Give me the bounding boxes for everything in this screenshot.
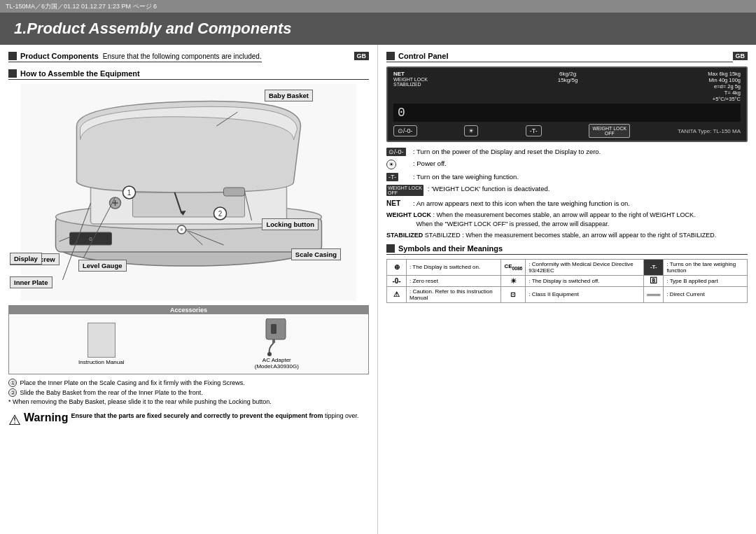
locking-button-callout: Locking button: [262, 218, 318, 230]
control-panel-label: Control Panel: [398, 52, 449, 60]
sym-desc-class2: : Class II Equipment: [526, 286, 644, 302]
accessories-box: Accessories Instruction Manual AC Adapte…: [8, 305, 369, 374]
cp-weight-lock-btn[interactable]: WEIGHT LOCK OFF: [589, 124, 630, 138]
scale-casing-callout: Scale Casing: [291, 248, 341, 260]
weight-lock-icon: WEIGHT LOCK OFF: [386, 185, 424, 196]
warning-box: ⚠ Warning Ensure that the parts are fixe…: [8, 412, 369, 427]
control-panel-display: NET WEIGHT LOCK STABILIZED 6kg/2g 15kg/5…: [386, 66, 748, 142]
svg-rect-30: [271, 324, 276, 334]
sym-icon-type-b: 🄱: [644, 275, 664, 286]
assemble-label: How to Assemble the Equipment: [20, 69, 140, 78]
symbols-section: Symbols and their Meanings ⊕ : The Displ…: [386, 244, 748, 303]
svg-rect-28: [272, 339, 275, 343]
accessories-header: Accessories: [9, 306, 368, 314]
sym-icon-zero: -0-: [387, 275, 407, 286]
cp-units: 6kg/2g 15kg/5g: [558, 71, 578, 102]
cp-display-number: 0: [398, 106, 405, 120]
cp-net-label: NET: [393, 71, 428, 77]
inner-plate-callout: Inner Plate: [10, 276, 52, 288]
instruction-2: ② Slide the Baby Basket from the rear of…: [8, 388, 369, 398]
icon-desc-5-text: : An arrow appears next to this icon whe…: [413, 199, 630, 207]
symbols-row-2: -0- : Zero reset ☀ : The Display is swit…: [387, 275, 748, 286]
icon-box-sun: ☀: [386, 160, 409, 169]
warning-text: Ensure that the parts are fixed securely…: [71, 412, 358, 421]
sun-icon: ☀: [386, 160, 396, 169]
control-panel-square-icon: [386, 52, 395, 60]
weight-lock-desc-text: : When the measurement becomes stable, a…: [386, 211, 696, 227]
instruction-1: ① Place the Inner Plate on the Scale Cas…: [8, 379, 369, 388]
icon-box-power: ⊙/-0-: [386, 148, 409, 156]
assemble-square-icon: [8, 69, 17, 78]
cp-brand: TANITA Type: TL-150 MA: [678, 128, 741, 134]
symbols-square-icon: [386, 244, 395, 253]
cp-weight-lock-label: WEIGHT LOCK: [393, 77, 428, 82]
instruction-manual-item: Instruction Manual: [78, 323, 124, 365]
gb-badge-left: GB: [354, 52, 370, 60]
instructions: ① Place the Inner Plate on the Scale Cas…: [8, 379, 369, 407]
sym-desc-tare2: : Turns on the tare weighing function: [664, 259, 748, 275]
right-column: Control Panel GB NET WEIGHT LOCK STABILI…: [378, 45, 756, 534]
icon-desc-2-text: : Power off.: [413, 160, 447, 167]
cp-left-labels: NET WEIGHT LOCK STABILIZED: [393, 71, 428, 102]
symbols-row-3: ⚠ : Caution. Refer to this Instruction M…: [387, 286, 748, 302]
icon-desc-4: WEIGHT LOCK OFF : 'WEIGHT LOCK' function…: [386, 185, 748, 196]
sym-desc-dc: : Direct Current: [664, 286, 748, 302]
content-area: Product Components Ensure that the follo…: [0, 45, 756, 534]
cp-right-labels: Max 6kg 15kg Min 40g 100g e=d= 2g 5g T= …: [708, 71, 741, 102]
weight-lock-desc-label: WEIGHT LOCK: [386, 211, 431, 218]
sym-desc-1: : The Display is switched on.: [407, 259, 501, 275]
top-bar: TL-150MA／6力国／01.12 01.12.27 1:23 PM ページ …: [0, 0, 756, 13]
product-components-sub: Ensure that the following components are…: [103, 52, 262, 60]
cp-stabilized-label: STABILIZED: [393, 82, 428, 87]
sym-desc-warning: : Caution. Refer to this Instruction Man…: [407, 286, 501, 302]
assemble-header: How to Assemble the Equipment: [8, 69, 369, 80]
sym-desc-ce: : Conformity with Medical Device Directi…: [526, 259, 644, 275]
cp-tare-btn[interactable]: -T-: [526, 125, 542, 136]
sym-icon-ce: CE0086: [501, 259, 526, 275]
weight-lock-desc: WEIGHT LOCK : When the measurement becom…: [386, 211, 748, 228]
display-callout: Display: [10, 253, 42, 265]
page-title: 1.Product Assembly and Components: [14, 20, 742, 38]
cp-bottom-row: ⊙/-0- ☀ -T- WEIGHT LOCK OFF TANITA Type:…: [393, 124, 741, 138]
section-square-icon: [8, 52, 17, 60]
gb-badge-right: GB: [733, 52, 748, 60]
assembly-diagram: 1 2 0: [8, 84, 369, 301]
sym-icon-warning: ⚠: [387, 286, 407, 302]
icon-desc-3: -T- : Turn on the tare weighing function…: [386, 173, 748, 181]
manual-shape: [88, 323, 115, 358]
icon-box-weight-lock: WEIGHT LOCK OFF: [386, 185, 424, 196]
sym-icon-sun2: ☀: [501, 275, 526, 286]
sym-desc-sun2: : The Display is switched off.: [526, 275, 644, 286]
instruction-3: * When removing the Baby Basket, please …: [8, 398, 369, 407]
sym-icon-tare2: -T-: [644, 259, 664, 275]
control-panel-header: Control Panel: [386, 52, 733, 62]
symbols-table: ⊕ : The Display is switched on. CE0086 :…: [386, 259, 748, 303]
power-zero-icon: ⊙/-0-: [386, 148, 406, 156]
cp-power-btn[interactable]: ⊙/-0-: [393, 125, 417, 136]
product-components-row: Product Components Ensure that the follo…: [8, 52, 369, 66]
product-components-header: Product Components Ensure that the follo…: [8, 52, 262, 66]
stabilized-label: STABILIZED: [386, 232, 423, 239]
baby-basket-callout: Baby Basket: [265, 90, 313, 101]
svg-point-17: [181, 228, 183, 231]
circle-num-1: ①: [8, 379, 17, 387]
cp-sun-btn[interactable]: ☀: [464, 125, 478, 136]
ac-adapter-item: AC Adapter (Model:A30930G): [255, 318, 299, 370]
sym-icon-1: ⊕: [387, 259, 407, 275]
product-components-section: Product Components Ensure that the follo…: [8, 52, 262, 62]
level-gauge-callout: Level Gauge: [78, 260, 127, 272]
assembly-svg: 1 2 0: [8, 84, 369, 301]
stabilized-desc-text: STABILIZED : When the measurement become…: [425, 232, 716, 239]
cp-unit2: 15kg/5g: [558, 77, 578, 83]
icon-desc-5: NET : An arrow appears next to this icon…: [386, 199, 748, 207]
svg-rect-11: [224, 188, 245, 196]
net-icon: NET: [386, 199, 400, 207]
sym-icon-class2: ⊡: [501, 286, 526, 302]
svg-text:1: 1: [127, 189, 132, 197]
icon-desc-4-text: : 'WEIGHT LOCK' function is deactivated.: [428, 185, 550, 192]
icon-desc-2: ☀ : Power off.: [386, 160, 748, 169]
left-column: Product Components Ensure that the follo…: [0, 45, 378, 534]
sym-icon-dc: ═══: [644, 286, 664, 302]
icon-desc-1: ⊙/-0- : Turn on the power of the Display…: [386, 148, 748, 156]
product-components-label: Product Components: [20, 52, 99, 60]
